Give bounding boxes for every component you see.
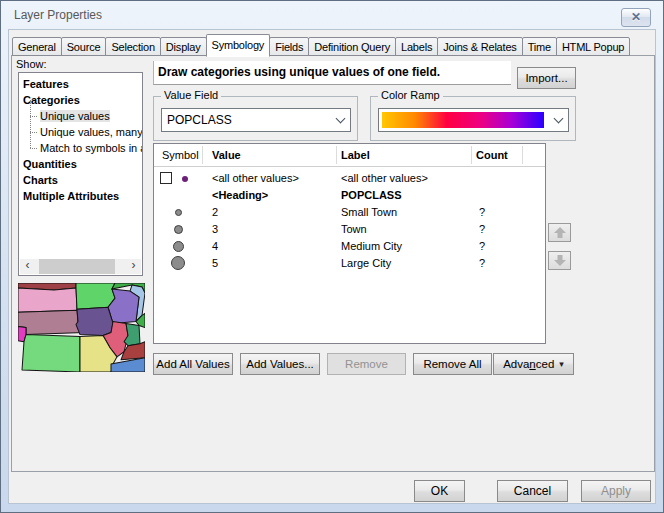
column-header-symbol[interactable]: Symbol [162,149,199,161]
show-item-features[interactable]: Features [23,76,142,92]
scroll-left-icon[interactable]: ‹ [20,259,35,274]
ok-button[interactable]: OK [414,480,465,502]
tab-strip: General Source Selection Display Symbolo… [12,33,653,56]
show-item-quantities[interactable]: Quantities [23,156,142,172]
table-row-all-other-values[interactable]: <all other values> <all other values> [154,170,545,187]
chevron-down-icon[interactable] [549,109,568,131]
tab-time[interactable]: Time [522,37,557,56]
show-item-multiple-attributes[interactable]: Multiple Attributes [23,188,142,204]
close-button[interactable]: ✕ [621,8,651,27]
show-item-categories[interactable]: Categories [23,92,142,108]
table-row-value-5[interactable]: 5 Large City ? [154,255,545,272]
show-item-charts[interactable]: Charts [23,172,142,188]
remove-button[interactable]: Remove [327,353,406,375]
chevron-down-icon[interactable] [331,109,350,131]
table-row-value-4[interactable]: 4 Medium City ? [154,238,545,255]
add-all-values-button[interactable]: Add All Values [153,353,233,375]
graduated-symbol-icon[interactable] [173,241,184,252]
arrow-down-icon [554,260,566,266]
show-item-match-symbols[interactable]: Match to symbols in a [23,140,142,156]
tab-selection[interactable]: Selection [105,37,160,56]
tab-html-popup[interactable]: HTML Popup [556,37,630,56]
column-header-count[interactable]: Count [476,149,508,161]
show-item-unique-values-many[interactable]: Unique values, many [23,124,142,140]
symbology-values-table: Symbol Value Label Count <all other valu… [153,143,546,344]
show-item-unique-values[interactable]: Unique values [23,108,142,124]
show-label: Show: [16,58,47,70]
table-rows: <all other values> <all other values> <H… [154,170,545,272]
color-ramp-gradient [382,112,544,128]
value-field-selected: POPCLASS [167,113,232,127]
table-header: Symbol Value Label Count [154,144,545,167]
column-header-value[interactable]: Value [212,149,241,161]
titlebar[interactable]: Layer Properties ✕ [1,1,663,29]
color-ramp-group: Color Ramp [370,96,576,141]
tab-definition-query[interactable]: Definition Query [308,37,396,56]
window-title: Layer Properties [14,8,102,22]
advanced-label: Advanced [503,354,554,374]
graduated-symbol-icon[interactable] [174,225,183,234]
tab-display[interactable]: Display [160,37,207,56]
add-values-button[interactable]: Add Values... [240,353,320,375]
tree-horizontal-scrollbar[interactable]: ‹ › [20,259,141,274]
advanced-dropdown-icon[interactable]: ▾ [559,354,564,374]
move-down-button[interactable] [548,251,571,270]
tab-symbology[interactable]: Symbology [206,34,271,57]
table-row-heading[interactable]: <Heading> POPCLASS [154,187,545,204]
value-field-label: Value Field [161,89,221,101]
graduated-symbol-icon[interactable] [171,256,185,270]
value-field-group: Value Field POPCLASS [153,96,358,141]
layer-properties-dialog: Layer Properties ✕ General Source Select… [0,0,664,513]
symbology-tab-page: Show: Features Categories Unique values … [11,55,655,472]
graduated-symbol-icon[interactable] [175,209,182,216]
cancel-button[interactable]: Cancel [497,480,568,502]
tab-labels[interactable]: Labels [395,37,438,56]
tab-fields[interactable]: Fields [269,37,309,56]
all-other-values-symbol-icon[interactable] [182,176,188,182]
color-ramp-dropdown[interactable] [378,108,569,132]
dialog-client-area: General Source Selection Display Symbolo… [8,29,656,504]
scroll-right-icon[interactable]: › [126,259,141,274]
scrollbar-thumb[interactable] [39,259,115,274]
tab-joins-relates[interactable]: Joins & Relates [437,37,522,56]
all-other-values-checkbox[interactable] [160,172,172,184]
column-header-label[interactable]: Label [341,149,370,161]
import-button[interactable]: Import... [517,67,576,89]
value-field-dropdown[interactable]: POPCLASS [161,108,351,132]
table-row-value-3[interactable]: 3 Town ? [154,221,545,238]
apply-button[interactable]: Apply [581,480,651,502]
show-tree: Features Categories Unique values Unique… [18,72,143,276]
remove-all-button[interactable]: Remove All [413,353,492,375]
tab-general[interactable]: General [12,37,62,56]
close-icon: ✕ [622,9,650,26]
move-up-button[interactable] [548,223,571,242]
draw-method-description: Draw categories using unique values of o… [153,61,511,85]
advanced-button[interactable]: Advanced ▾ [493,353,574,375]
color-ramp-label: Color Ramp [378,89,443,101]
layer-preview-map [18,283,145,372]
table-row-value-2[interactable]: 2 Small Town ? [154,204,545,221]
tab-source[interactable]: Source [61,37,107,56]
